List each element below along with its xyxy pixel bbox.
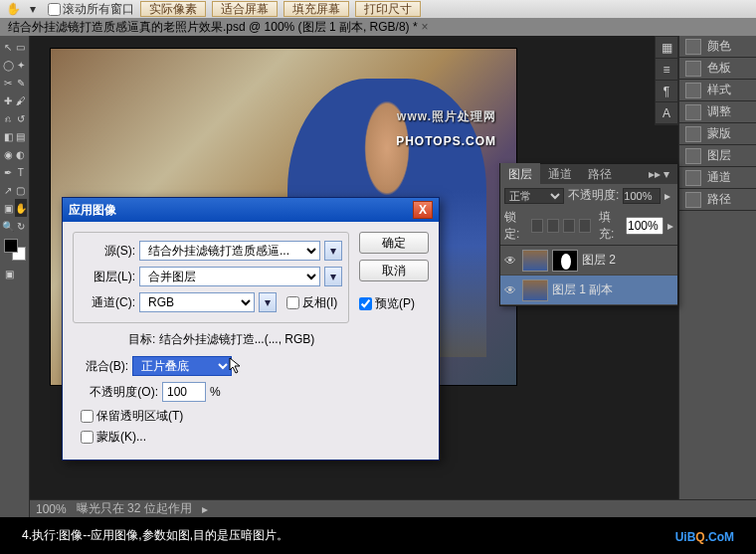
type-tool[interactable]: T xyxy=(15,163,28,181)
preview-checkbox[interactable]: 预览(P) xyxy=(359,295,429,312)
marquee-tool[interactable]: ▭ xyxy=(15,38,28,56)
preserve-transparency-checkbox[interactable]: 保留透明区域(T) xyxy=(81,408,349,425)
style-icon xyxy=(685,83,701,98)
print-size-button[interactable]: 打印尺寸 xyxy=(355,1,421,17)
layer-row[interactable]: 👁 图层 2 xyxy=(500,246,677,276)
panel-icon-2[interactable]: ≡ xyxy=(656,59,677,81)
rotate-tool[interactable]: ↻ xyxy=(15,217,28,235)
layer-panel-tab[interactable]: 图层 xyxy=(679,145,756,167)
document-tab[interactable]: 结合外挂滤镜打造质感逼真的老照片效果.psd @ 100% (图层 1 副本, … xyxy=(0,18,756,36)
hand-tool[interactable]: ✋ xyxy=(15,199,28,217)
invert-checkbox[interactable]: 反相(I) xyxy=(286,294,342,311)
crop-tool[interactable]: ✂ xyxy=(2,74,15,92)
visibility-icon[interactable]: 👁 xyxy=(504,254,518,268)
color-panel-tab[interactable]: 颜色 xyxy=(679,36,756,58)
blend-select[interactable]: 正片叠底 xyxy=(132,356,232,376)
chevron-down-icon[interactable]: ▾ xyxy=(324,241,342,261)
chevron-down-icon[interactable]: ▾ xyxy=(324,267,342,286)
zoom-value[interactable]: 100% xyxy=(36,502,67,516)
toolbox: ↖▭ ◯✦ ✂✎ ✚🖌 ⎌↺ ◧▤ ◉◐ ✒T ↗▢ ▣✋ 🔍↻ ▣ xyxy=(0,36,30,517)
lock-pixels-icon[interactable] xyxy=(547,219,559,233)
move-tool[interactable]: ↖ xyxy=(2,38,15,56)
opacity-field[interactable] xyxy=(162,382,206,402)
chevron-down-icon[interactable]: ▾ xyxy=(259,292,277,312)
panel-icon-1[interactable]: ▦ xyxy=(656,37,677,59)
shape-tool[interactable]: ▢ xyxy=(15,181,28,199)
status-info: 曝光只在 32 位起作用 xyxy=(77,500,192,517)
actual-pixels-button[interactable]: 实际像素 xyxy=(140,1,206,17)
layer-row[interactable]: 👁 图层 1 副本 xyxy=(500,276,677,305)
gradient-tool[interactable]: ▤ xyxy=(15,127,28,145)
adjust-icon xyxy=(685,104,701,120)
channel-panel-tab[interactable]: 通道 xyxy=(679,167,756,189)
eyedrop-tool[interactable]: ✎ xyxy=(15,74,28,92)
channel-select[interactable]: RGB xyxy=(139,292,255,312)
layer-blend-row: 正常 不透明度: ▸ xyxy=(500,184,677,207)
cancel-button[interactable]: 取消 xyxy=(359,260,429,281)
swatch-panel-tab[interactable]: 色板 xyxy=(679,58,756,80)
layer-thumb xyxy=(522,279,548,301)
dodge-tool[interactable]: ◐ xyxy=(15,145,28,163)
mask-checkbox[interactable]: 蒙版(K)... xyxy=(81,429,349,446)
dialog-title: 应用图像 xyxy=(69,202,116,219)
color-icon xyxy=(685,39,701,55)
3d-tool[interactable]: ▣ xyxy=(2,199,15,217)
document-title: 结合外挂滤镜打造质感逼真的老照片效果.psd @ 100% (图层 1 副本, … xyxy=(8,19,418,36)
brush-tool[interactable]: 🖌 xyxy=(15,92,28,109)
layer-mask-thumb xyxy=(552,250,578,272)
options-icon[interactable]: ▾ xyxy=(24,1,42,17)
fill-label: 填充: xyxy=(599,209,622,243)
zoom-tool[interactable]: 🔍 xyxy=(2,217,15,235)
fill-screen-button[interactable]: 填充屏幕 xyxy=(284,1,349,17)
panel-icon-4[interactable]: A xyxy=(656,102,677,124)
style-panel-tab[interactable]: 样式 xyxy=(679,80,756,101)
lock-position-icon[interactable] xyxy=(563,219,575,233)
panel-icon-3[interactable]: ¶ xyxy=(656,81,677,102)
lock-transparent-icon[interactable] xyxy=(531,219,543,233)
site-logo: UiBQ.CoM xyxy=(675,525,734,546)
close-icon[interactable]: X xyxy=(413,201,433,219)
path-panel-tab[interactable]: 路径 xyxy=(679,189,756,211)
history-tool[interactable]: ↺ xyxy=(15,109,28,127)
blend-mode-select[interactable]: 正常 xyxy=(504,188,564,204)
stamp-tool[interactable]: ⎌ xyxy=(2,109,15,127)
adjust-panel-tab[interactable]: 调整 xyxy=(679,101,756,123)
tab-path[interactable]: 路径 xyxy=(580,163,620,186)
channel-label: 通道(C): xyxy=(80,294,135,311)
lock-all-icon[interactable] xyxy=(579,219,591,233)
hand-tool-icon[interactable]: ✋ xyxy=(4,1,22,17)
tab-channel[interactable]: 通道 xyxy=(540,163,580,186)
lasso-tool[interactable]: ◯ xyxy=(2,56,15,74)
scroll-all-chk[interactable] xyxy=(48,3,61,16)
status-arrow-icon[interactable]: ▸ xyxy=(202,502,208,516)
percent-label: % xyxy=(210,385,221,399)
eraser-tool[interactable]: ◧ xyxy=(2,127,15,145)
scroll-all-windows-checkbox[interactable]: 滚动所有窗口 xyxy=(48,1,134,18)
wand-tool[interactable]: ✦ xyxy=(15,56,28,74)
pen-tool[interactable]: ✒ xyxy=(2,163,15,181)
fill-input[interactable] xyxy=(626,217,663,235)
source-select[interactable]: 结合外挂滤镜打造质感逼... xyxy=(139,241,320,261)
layer-select[interactable]: 合并图层 xyxy=(139,267,320,286)
quickmask-tool[interactable]: ▣ xyxy=(2,265,16,282)
fill-arrow-icon[interactable]: ▸ xyxy=(667,219,673,233)
blur-tool[interactable]: ◉ xyxy=(2,145,15,163)
channel-icon xyxy=(685,170,701,186)
color-swatch[interactable] xyxy=(4,239,26,261)
opacity-arrow-icon[interactable]: ▸ xyxy=(664,189,670,203)
visibility-icon[interactable]: 👁 xyxy=(504,283,518,297)
dialog-titlebar[interactable]: 应用图像 X xyxy=(63,198,439,222)
source-label: 源(S): xyxy=(80,243,135,260)
tab-layer[interactable]: 图层 xyxy=(500,163,540,186)
swatch-icon xyxy=(685,61,701,77)
heal-tool[interactable]: ✚ xyxy=(2,92,15,109)
target-row: 目标: 结合外挂滤镜打造...(..., RGB) xyxy=(128,331,349,348)
ok-button[interactable]: 确定 xyxy=(359,232,429,254)
fit-screen-button[interactable]: 适合屏幕 xyxy=(212,1,278,17)
mask-panel-tab[interactable]: 蒙版 xyxy=(679,123,756,145)
path-tool[interactable]: ↗ xyxy=(2,181,15,199)
close-tab-icon[interactable]: × xyxy=(422,20,429,34)
scroll-all-label: 滚动所有窗口 xyxy=(63,1,134,18)
opacity-input[interactable] xyxy=(623,188,661,204)
panel-menu-icon[interactable]: ▸▸ ▾ xyxy=(641,164,677,184)
